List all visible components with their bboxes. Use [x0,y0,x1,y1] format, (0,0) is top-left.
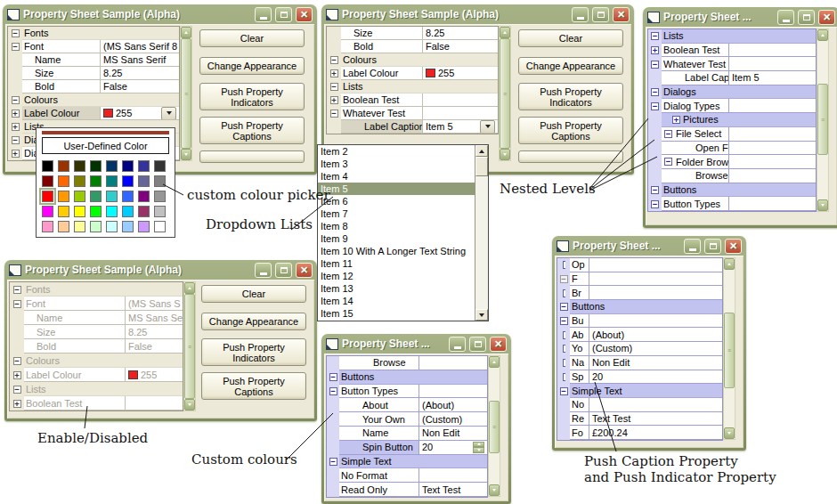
property-row[interactable]: −Fonts [8,27,179,40]
property-row[interactable]: −Dialogs [648,85,816,100]
palette-swatch[interactable] [122,206,134,217]
collapse-indicator[interactable]: − [12,96,20,104]
property-row[interactable]: ReText Test [557,412,722,427]
scrollbar-track[interactable] [475,176,488,309]
property-row[interactable]: −Font(MS Sans Serif 8 [8,40,179,53]
property-row[interactable]: −Folder Browse [648,155,816,169]
palette-swatch[interactable] [58,206,69,217]
property-row[interactable]: +Label Colour255 [8,107,179,120]
titlebar[interactable]: Property Sheet Sample (Alpha) ✕ [5,4,314,24]
scroll-down-button[interactable] [184,399,195,411]
scrollbar-thumb[interactable]: ≡ [489,401,500,453]
close-button[interactable]: ✕ [490,337,507,352]
scroll-up-button[interactable] [817,29,828,41]
property-row[interactable]: −Lists [648,29,816,44]
property-row[interactable]: NaNon Edit [557,356,722,370]
scroll-down-button[interactable] [489,484,500,496]
palette-swatch[interactable] [138,191,150,202]
property-row[interactable]: Size8.25 [10,325,183,339]
scrollbar-track[interactable]: ≡ [817,41,828,199]
titlebar[interactable]: Property Sheet ... ✕ [646,7,837,27]
scrollbar-thumb[interactable]: ≡ [500,38,510,149]
collapse-indicator[interactable]: − [13,357,21,365]
push-property-captions-button[interactable]: Push Property Captions [199,117,305,144]
minimize-button[interactable] [255,263,272,278]
property-row[interactable]: +Label Colour255 [10,368,183,382]
property-row[interactable]: −Simple Text [557,384,722,398]
collapse-indicator[interactable]: − [12,136,20,144]
scrollbar-thumb[interactable]: ≡ [724,313,735,388]
scroll-down-button[interactable] [475,309,488,321]
property-row[interactable]: Browse [327,356,487,370]
collapse-indicator[interactable]: − [329,458,337,466]
collapse-indicator[interactable]: − [12,29,20,37]
palette-swatch[interactable] [122,175,134,187]
palette-swatch[interactable] [138,160,150,172]
property-row[interactable]: Yo(Custom) [557,342,722,356]
palette-swatch[interactable] [154,221,166,232]
expand-indicator[interactable]: + [13,371,21,379]
collapse-indicator[interactable]: − [330,83,338,91]
palette-swatch[interactable] [106,221,118,232]
collapse-indicator[interactable]: − [560,317,568,325]
clear-button[interactable]: Clear [199,29,305,47]
list-item[interactable]: Item 12 [318,270,475,282]
property-row[interactable]: NameMS Sans Serif [8,53,179,67]
property-row[interactable]: −Button Types [327,385,487,399]
push-property-indicators-button[interactable]: Push Property Indicators [518,83,623,110]
palette-swatch[interactable] [74,191,85,202]
push-property-captions-button[interactable]: Push Property Captions [201,372,306,400]
property-row[interactable]: +Boolean Test [648,44,816,58]
collapse-indicator[interactable] [563,373,565,381]
scrollbar-track[interactable]: ≡ [184,294,195,399]
list-item[interactable]: Item 14 [318,295,475,307]
palette-swatch[interactable] [154,191,166,202]
dropdown-button[interactable] [480,120,495,134]
collapse-indicator[interactable]: − [651,200,659,208]
scroll-up-button[interactable] [489,356,500,368]
property-row[interactable]: −Whatever Test [648,57,816,71]
titlebar[interactable]: Property Sheet ... ✕ [324,334,508,354]
collapse-indicator[interactable]: − [651,102,659,110]
close-button[interactable]: ✕ [818,10,835,25]
property-row[interactable]: Sp20 [557,370,722,385]
vertical-scrollbar[interactable]: ≡ [723,257,735,440]
property-row[interactable]: −Colours [10,354,183,368]
expand-indicator[interactable]: + [330,96,338,104]
property-row[interactable]: −Colours [327,53,498,67]
property-row[interactable]: BoldFalse [327,40,498,53]
collapse-indicator[interactable]: − [560,387,568,395]
property-row[interactable]: Your Own(Custom) [327,412,487,427]
scroll-up-button[interactable] [475,145,488,157]
change-appearance-button[interactable]: Change Appearance [199,57,305,75]
palette-swatch[interactable] [90,206,102,217]
scrollbar-track[interactable]: ≡ [489,368,500,484]
titlebar[interactable]: Property Sheet Sample (Alpha) ✕ [7,260,314,280]
palette-swatch[interactable] [122,160,134,172]
spin-button[interactable] [473,442,484,453]
palette-swatch[interactable] [42,191,53,202]
collapse-indicator[interactable]: − [13,300,21,308]
vertical-scrollbar[interactable]: ≡ [183,281,196,411]
user-defined-color-button[interactable]: User-Defined Color [42,137,169,154]
minimize-button[interactable] [572,7,589,22]
property-row[interactable]: Label CaptionItem 5 [327,120,498,134]
list-item[interactable]: Item 9 [318,232,475,245]
collapse-indicator[interactable]: − [651,186,659,194]
property-row[interactable]: NameNon Edit [327,427,487,441]
scroll-down-button[interactable] [724,427,735,439]
collapse-indicator[interactable] [563,261,565,269]
palette-swatch[interactable] [58,191,69,202]
partial-button[interactable] [518,150,623,163]
property-row[interactable]: Browse [648,169,816,183]
maximize-button[interactable] [798,10,815,25]
collapse-indicator[interactable]: − [329,387,337,395]
palette-swatch[interactable] [90,175,102,187]
palette-swatch[interactable] [74,175,85,187]
collapse-indicator[interactable] [563,331,565,339]
property-row[interactable]: No [557,398,722,412]
palette-swatch[interactable] [74,160,85,172]
palette-swatch[interactable] [106,191,118,202]
expand-indicator[interactable]: + [13,400,21,408]
property-row[interactable]: +Pictures [648,113,816,127]
